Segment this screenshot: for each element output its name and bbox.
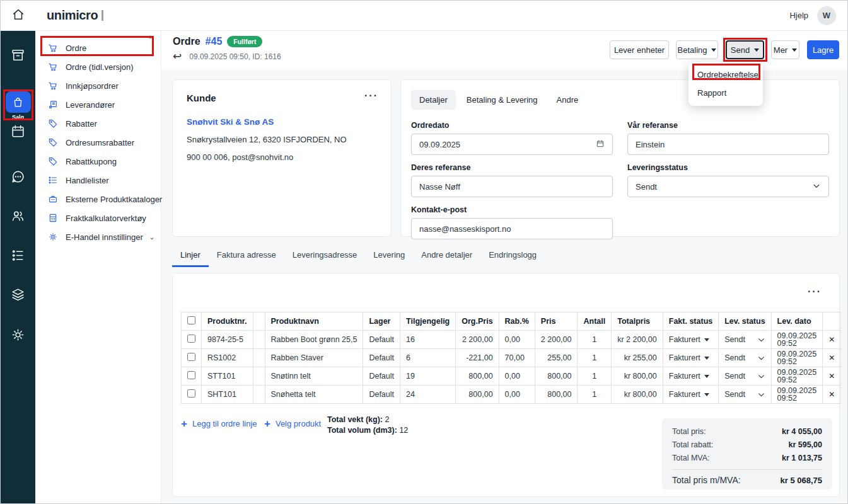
cell-antall[interactable]: 1 (578, 349, 612, 367)
tab-endringslogg[interactable]: Endringslogg (480, 245, 545, 267)
choose-product-button[interactable]: + Velg produkt (264, 418, 321, 429)
deliver-units-button[interactable]: Lever enheter (610, 40, 669, 59)
add-order-line-button[interactable]: + Legg til ordre linje (181, 418, 257, 429)
chat-icon[interactable] (1, 169, 35, 185)
cell-produktnr[interactable]: RS1002 (202, 349, 253, 367)
order-meta: 09.09.2025 09:50, ID: 1616 (189, 52, 281, 61)
sidebar-item-salg[interactable]: Salg (5, 91, 31, 120)
cell-produktnr[interactable]: SHT101 (202, 386, 253, 404)
send-button[interactable]: Send (726, 40, 764, 59)
row-checkbox[interactable] (187, 353, 195, 361)
select-all-checkbox[interactable] (187, 316, 195, 324)
cell-lager[interactable]: Default (363, 331, 400, 349)
cell-orgpris[interactable]: 800,00 (456, 386, 499, 404)
layers-icon[interactable] (1, 287, 35, 302)
cell-produktnavn[interactable]: Rabben Boot grønn 25,5 (265, 331, 363, 349)
lev-status-select[interactable]: Sendt (724, 335, 765, 344)
cell-pris[interactable]: 255,00 (535, 349, 578, 367)
back-arrow-icon[interactable]: ↩ (173, 51, 182, 62)
cell-antall[interactable]: 1 (578, 386, 612, 404)
sidebar-item-rabattkupong[interactable]: Rabattkupong (35, 152, 161, 171)
ordredato-input[interactable]: 09.09.2025 (411, 134, 613, 155)
sidebar-item-handlelister[interactable]: Handlelister (35, 171, 161, 190)
calendar-icon[interactable] (1, 123, 35, 139)
sidebar-item-ordre[interactable]: Ordre (35, 38, 161, 57)
cell-rab[interactable]: 0,00 (499, 331, 535, 349)
fakt-status-dropdown[interactable]: Fakturert (669, 335, 712, 344)
customer-name-link[interactable]: Snøhvit Ski & Snø AS (187, 117, 377, 127)
cell-pris[interactable]: 2 200,00 (535, 331, 578, 349)
tab-linjer[interactable]: Linjer (172, 245, 209, 267)
cell-pris[interactable]: 800,00 (535, 386, 578, 404)
tab-leveringsadresse[interactable]: Leveringsadresse (284, 245, 366, 267)
cell-produktnavn[interactable]: Snøhetta telt (265, 386, 363, 404)
order-number[interactable]: #45 (206, 36, 223, 47)
sidebar-item-ordre-tidl-versjon[interactable]: Ordre (tidl.versjon) (35, 57, 161, 76)
tab-detaljer[interactable]: Detaljer (411, 90, 456, 110)
delete-row-button[interactable]: ✕ (828, 353, 835, 362)
cell-lager[interactable]: Default (363, 367, 400, 386)
tab-andre[interactable]: Andre (549, 90, 587, 110)
kontakt-epost-input[interactable]: nasse@nasseskisport.no (411, 218, 613, 239)
menu-item-ordrebekreftelse[interactable]: Ordrebekreftelse (688, 66, 763, 84)
cell-rab[interactable]: 0,00 (499, 367, 535, 386)
cell-pris[interactable]: 800,00 (535, 367, 578, 386)
deres-referanse-input[interactable]: Nasse Nøff (411, 176, 613, 197)
more-button[interactable]: Mer (771, 40, 799, 59)
cell-produktnavn[interactable]: Snøtinn telt (265, 367, 363, 386)
lines-menu-button[interactable]: ··· (808, 289, 822, 295)
cell-lager[interactable]: Default (363, 386, 400, 404)
lev-status-select[interactable]: Sendt (724, 372, 765, 381)
cell-orgpris[interactable]: 800,00 (456, 367, 499, 386)
cell-produktnr[interactable]: STT101 (202, 367, 253, 386)
help-link[interactable]: Hjelp (789, 11, 808, 20)
delete-row-button[interactable]: ✕ (828, 372, 835, 381)
fakt-status-dropdown[interactable]: Fakturert (669, 372, 712, 381)
menu-item-rapport[interactable]: Rapport (688, 84, 763, 102)
tab-andre-detaljer[interactable]: Andre detaljer (413, 245, 480, 267)
contacts-icon[interactable] (1, 208, 35, 224)
cell-lev-dato: 09.09.202509:52 (771, 386, 823, 404)
var-referanse-input[interactable]: Einstein (627, 134, 829, 155)
save-button[interactable]: Lagre (807, 40, 839, 59)
sidebar-item-fraktkalkulatorverktoy[interactable]: Fraktkalkulatorverktøy (35, 209, 161, 227)
list-icon[interactable] (1, 248, 35, 263)
row-checkbox[interactable] (187, 335, 195, 343)
logo-bar (102, 10, 103, 21)
tab-betaling-levering[interactable]: Betaling & Levering (458, 90, 546, 110)
cell-produktnavn[interactable]: Rabben Staver (265, 349, 363, 367)
cell-rab[interactable]: 0,00 (499, 386, 535, 404)
tab-faktura-adresse[interactable]: Faktura adresse (209, 245, 284, 267)
sidebar-item-rabatter[interactable]: Rabatter (35, 114, 161, 133)
gear-icon[interactable] (1, 327, 35, 343)
leveringsstatus-select[interactable]: Sendt (627, 176, 829, 197)
archive-icon[interactable] (1, 47, 35, 63)
sidebar-item-innkjopsordrer[interactable]: Innkjøpsordrer (35, 76, 161, 95)
cell-antall[interactable]: 1 (578, 331, 612, 349)
cell-orgpris[interactable]: -221,00 (456, 349, 499, 367)
sidebar-item-eksterne-produktkataloger[interactable]: Eksterne Produktkataloger (35, 190, 161, 209)
home-button[interactable] (1, 8, 35, 24)
row-checkbox[interactable] (187, 371, 195, 379)
tab-levering[interactable]: Levering (365, 245, 413, 267)
lev-status-select[interactable]: Sendt (724, 353, 765, 362)
cell-antall[interactable]: 1 (578, 367, 612, 386)
fakt-status-dropdown[interactable]: Fakturert (669, 353, 712, 362)
cell-produktnr[interactable]: 9874-25-5 (202, 331, 253, 349)
customer-menu-button[interactable]: ··· (364, 93, 378, 99)
calendar-icon[interactable] (596, 139, 605, 150)
sidebar-item-ehandel-innstillinger[interactable]: E-Handel innstillinger ⌄ (35, 227, 161, 246)
lev-status-select[interactable]: Sendt (724, 390, 765, 399)
cell-orgpris[interactable]: 2 200,00 (456, 331, 499, 349)
delete-row-button[interactable]: ✕ (828, 390, 835, 399)
fakt-status-dropdown[interactable]: Fakturert (669, 390, 712, 399)
user-avatar[interactable]: W (817, 6, 836, 25)
salg-label: Salg (12, 114, 24, 120)
sidebar-item-ordresumsrabatter[interactable]: Ordresumsrabatter (35, 133, 161, 152)
cell-lager[interactable]: Default (363, 349, 400, 367)
row-checkbox[interactable] (187, 389, 195, 398)
payment-button[interactable]: Betaling (676, 40, 718, 59)
cell-rab[interactable]: 70,00 (499, 349, 535, 367)
sidebar-item-leverandorer[interactable]: Leverandører (35, 95, 161, 114)
delete-row-button[interactable]: ✕ (828, 335, 835, 344)
